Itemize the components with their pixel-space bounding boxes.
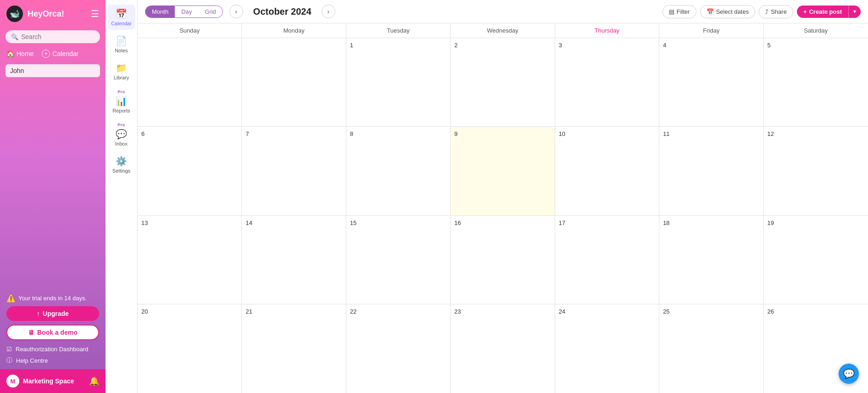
- topbar: Month Day Grid ‹ October 2024 › ▤ Filter…: [138, 0, 868, 23]
- cell-25[interactable]: 25: [659, 304, 763, 393]
- cell-13[interactable]: 13: [138, 216, 242, 304]
- nav-item-notes[interactable]: 📄 Notes: [108, 32, 135, 57]
- inbox-icon: 💬: [116, 129, 127, 140]
- cell-empty-2[interactable]: [242, 38, 346, 126]
- workspace-avatar: M: [6, 375, 19, 387]
- nav-item-reports[interactable]: Pro 📊 Reports: [108, 86, 135, 117]
- help-icon: ⓘ: [6, 356, 12, 365]
- calendar-row-3: 13 14 15 16 17 18 19: [138, 216, 868, 304]
- view-grid-button[interactable]: Grid: [198, 6, 223, 17]
- cell-19[interactable]: 19: [764, 216, 868, 304]
- notes-icon: 📄: [116, 35, 127, 46]
- day-header-wednesday: Wednesday: [451, 23, 555, 38]
- filter-icon: ▤: [669, 8, 674, 15]
- icon-nav: 📅 Calendar 📄 Notes 📁 Library Pro 📊 Repor…: [106, 0, 138, 393]
- cell-8[interactable]: 8: [346, 127, 451, 215]
- footer-workspace-name: Marketing Space: [23, 377, 74, 385]
- sidebar-header: 🐋 HeyOrca! ☰: [0, 0, 106, 28]
- share-button[interactable]: ⤴ Share: [759, 5, 793, 18]
- library-icon: 📁: [116, 62, 127, 73]
- nav-item-inbox[interactable]: Pro 💬 Inbox: [108, 119, 135, 150]
- search-input[interactable]: [21, 33, 95, 40]
- trial-info: ⚠️ Your trial ends in 14 days.: [6, 294, 99, 303]
- pro-badge-inbox: Pro: [117, 123, 125, 127]
- cell-20[interactable]: 20: [138, 304, 242, 393]
- upgrade-button[interactable]: ↑ Upgrade: [6, 306, 99, 321]
- nav-item-calendar[interactable]: 📅 Calendar: [108, 5, 135, 30]
- nav-item-library[interactable]: 📁 Library: [108, 59, 135, 84]
- nav-calendar-label: Calendar: [52, 50, 78, 57]
- nav-item-settings-label: Settings: [112, 168, 131, 174]
- cell-21[interactable]: 21: [242, 304, 346, 393]
- nav-calendar[interactable]: + Calendar: [42, 50, 78, 58]
- cell-3[interactable]: 3: [555, 38, 659, 126]
- next-month-button[interactable]: ›: [322, 5, 335, 18]
- cell-6[interactable]: 6: [138, 127, 242, 215]
- book-demo-button[interactable]: 🖥 Book a demo: [6, 325, 99, 340]
- sidebar-footer: M Marketing Space 🔔: [0, 369, 106, 393]
- filter-label: Filter: [677, 8, 690, 15]
- calendar-row-2: 6 7 8 9 10 11 12: [138, 127, 868, 215]
- reauth-label: Reauthorization Dashboard: [16, 346, 88, 353]
- create-post-caret[interactable]: ▾: [848, 6, 861, 18]
- workspace-selector[interactable]: John: [6, 64, 100, 77]
- menu-icon[interactable]: ☰: [91, 8, 99, 19]
- cell-12[interactable]: 12: [764, 127, 868, 215]
- create-post-button[interactable]: + Create post: [797, 6, 848, 18]
- nav-home[interactable]: 🏠 Home: [6, 50, 33, 58]
- cell-17[interactable]: 17: [555, 216, 659, 304]
- cell-11[interactable]: 11: [659, 127, 763, 215]
- help-link[interactable]: ⓘ Help Centre: [6, 356, 99, 365]
- sidebar: 🐋 HeyOrca! ☰ 🔍 🏠 Home + Calendar John ⚠️…: [0, 0, 106, 393]
- cell-18[interactable]: 18: [659, 216, 763, 304]
- cell-7[interactable]: 7: [242, 127, 346, 215]
- calendar-grid: 1 2 3 4 5 6 7 8 9 10 11 12 13 14 15 16: [138, 38, 868, 393]
- cell-23[interactable]: 23: [451, 304, 555, 393]
- search-icon: 🔍: [11, 34, 18, 40]
- cell-empty-1[interactable]: [138, 38, 242, 126]
- share-label: Share: [771, 8, 787, 15]
- cell-9-today[interactable]: 9: [451, 127, 555, 215]
- workspace-name: John: [10, 67, 24, 74]
- view-day-button[interactable]: Day: [175, 6, 198, 17]
- cell-10[interactable]: 10: [555, 127, 659, 215]
- pro-badge-reports: Pro: [117, 90, 125, 94]
- chat-bubble[interactable]: 💬: [839, 364, 859, 384]
- select-dates-button[interactable]: 📅 Select dates: [700, 5, 756, 18]
- upgrade-icon: ↑: [37, 310, 40, 317]
- view-toggle: Month Day Grid: [145, 6, 223, 18]
- main-content: Month Day Grid ‹ October 2024 › ▤ Filter…: [138, 0, 868, 393]
- cell-5[interactable]: 5: [764, 38, 868, 126]
- cell-15[interactable]: 15: [346, 216, 451, 304]
- bell-icon[interactable]: 🔔: [89, 376, 99, 386]
- cell-1[interactable]: 1: [346, 38, 451, 126]
- app-logo: 🐋: [6, 6, 23, 22]
- current-month-title: October 2024: [253, 6, 312, 17]
- cell-2[interactable]: 2: [451, 38, 555, 126]
- plus-create-icon: +: [803, 8, 807, 15]
- cell-14[interactable]: 14: [242, 216, 346, 304]
- nav-item-inbox-label: Inbox: [115, 141, 128, 146]
- view-month-button[interactable]: Month: [145, 6, 175, 17]
- cell-24[interactable]: 24: [555, 304, 659, 393]
- cell-22[interactable]: 22: [346, 304, 451, 393]
- prev-month-button[interactable]: ‹: [229, 5, 243, 18]
- plus-icon: +: [42, 50, 50, 58]
- cell-16[interactable]: 16: [451, 216, 555, 304]
- search-box: 🔍: [6, 30, 100, 43]
- calendar-area: Sunday Monday Tuesday Wednesday Thursday…: [138, 23, 868, 393]
- filter-button[interactable]: ▤ Filter: [662, 5, 696, 18]
- nav-item-settings[interactable]: ⚙️ Settings: [108, 152, 135, 177]
- day-header-thursday: Thursday: [555, 23, 659, 38]
- day-headers: Sunday Monday Tuesday Wednesday Thursday…: [138, 23, 868, 38]
- reauth-link[interactable]: ☑ Reauthorization Dashboard: [6, 346, 99, 353]
- reports-icon: 📊: [116, 95, 127, 107]
- calendar-row-1: 1 2 3 4 5: [138, 38, 868, 127]
- settings-icon: ⚙️: [116, 156, 127, 167]
- trial-section: ⚠️ Your trial ends in 14 days. ↑ Upgrade…: [0, 288, 106, 346]
- nav-links: 🏠 Home + Calendar: [0, 46, 106, 62]
- avatar-letter: M: [11, 378, 16, 385]
- select-dates-label: Select dates: [716, 8, 749, 15]
- cell-4[interactable]: 4: [659, 38, 763, 126]
- nav-home-label: Home: [17, 50, 33, 57]
